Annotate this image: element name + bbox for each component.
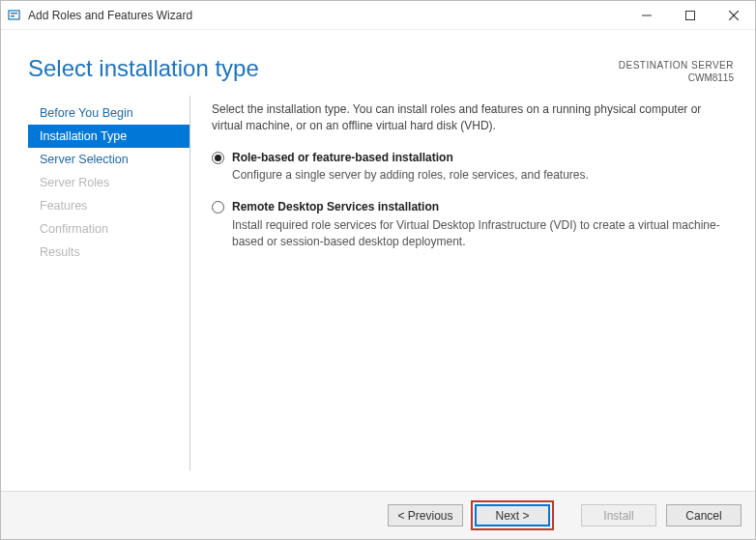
install-type-option[interactable]: Role-based or feature-based installation… (212, 150, 730, 185)
wizard-header: Select installation type DESTINATION SER… (1, 30, 755, 96)
install-type-option[interactable]: Remote Desktop Services installationInst… (212, 199, 730, 249)
nav-item[interactable]: Before You Begin (28, 101, 189, 125)
option-title: Remote Desktop Services installation (232, 199, 730, 215)
nav-item[interactable]: Installation Type (28, 125, 189, 148)
nav-item: Results (28, 241, 189, 264)
maximize-button[interactable] (668, 1, 712, 30)
next-button-highlight: Next > (471, 500, 554, 530)
wizard-footer: < Previous Next > Install Cancel (1, 491, 755, 539)
wizard-nav: Before You BeginInstallation TypeServer … (28, 96, 190, 470)
radio-button[interactable] (212, 152, 224, 164)
nav-item: Confirmation (28, 217, 189, 241)
radio-button[interactable] (212, 201, 224, 213)
svg-rect-1 (11, 13, 17, 14)
minimize-button[interactable] (625, 1, 668, 30)
option-description: Configure a single server by adding role… (232, 167, 589, 184)
destination-server-value: CWM8115 (619, 71, 734, 84)
window-title: Add Roles and Features Wizard (28, 9, 192, 22)
page-title: Select installation type (28, 55, 619, 82)
wizard-content: Select the installation type. You can in… (190, 96, 734, 470)
option-description: Install required role services for Virtu… (232, 217, 730, 250)
svg-rect-2 (11, 15, 15, 17)
wizard-body: Before You BeginInstallation TypeServer … (1, 96, 755, 470)
nav-item[interactable]: Server Selection (28, 148, 189, 171)
nav-item: Server Roles (28, 171, 189, 194)
svg-rect-4 (685, 11, 694, 19)
option-title: Role-based or feature-based installation (232, 150, 589, 166)
cancel-button[interactable]: Cancel (666, 504, 741, 526)
destination-server-label: DESTINATION SERVER (619, 59, 734, 71)
destination-server-block: DESTINATION SERVER CWM8115 (619, 55, 734, 84)
nav-item: Features (28, 194, 189, 217)
intro-text: Select the installation type. You can in… (212, 101, 730, 134)
previous-button[interactable]: < Previous (388, 504, 463, 526)
next-button[interactable]: Next > (475, 504, 550, 526)
svg-rect-0 (9, 11, 19, 19)
close-button[interactable] (712, 1, 755, 30)
install-button: Install (581, 504, 656, 526)
titlebar: Add Roles and Features Wizard (1, 1, 755, 30)
wizard-icon (7, 8, 22, 23)
